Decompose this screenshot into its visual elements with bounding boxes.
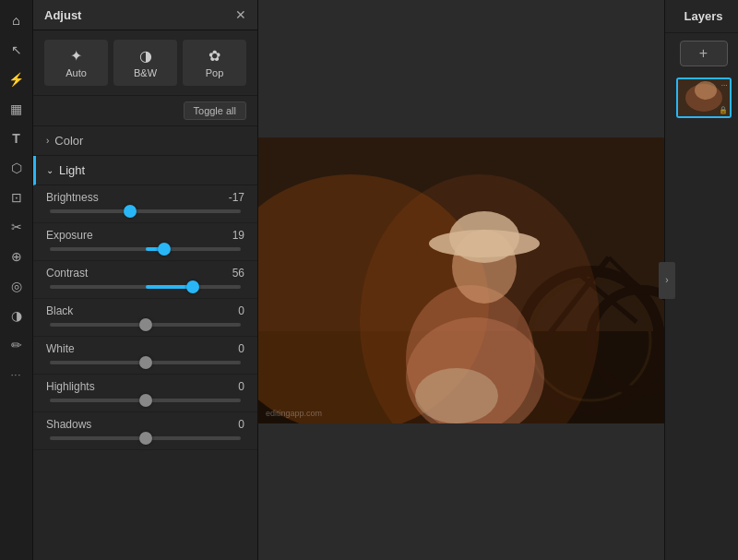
exposure-value: 19 (232, 229, 244, 242)
toolbar-lightning-icon[interactable]: ⚡ (4, 66, 30, 92)
toolbar-scissors-icon[interactable]: ✂ (4, 214, 30, 240)
auto-icon: ✦ (70, 47, 82, 65)
auto-label: Auto (65, 67, 87, 78)
toolbar-pen-icon[interactable]: ✏ (4, 332, 30, 358)
brightness-label: Brightness (46, 191, 99, 204)
toggle-all-row: Toggle all (33, 96, 257, 126)
black-slider-row: Black 0 (33, 299, 257, 337)
pop-icon: ✿ (208, 47, 220, 65)
toolbar-adjust-icon[interactable]: ⊕ (4, 244, 30, 269)
shadows-label-row: Shadows 0 (46, 418, 244, 431)
black-thumb[interactable] (139, 318, 152, 331)
panel-title: Adjust (44, 8, 81, 22)
brightness-track[interactable] (50, 209, 241, 213)
layer-menu-icon[interactable]: ··· (721, 81, 728, 89)
highlights-label-row: Highlights 0 (46, 380, 244, 393)
exposure-track[interactable] (50, 247, 241, 251)
highlights-thumb[interactable] (139, 394, 152, 407)
pop-preset-button[interactable]: ✿ Pop (183, 40, 246, 86)
toggle-all-button[interactable]: Toggle all (184, 101, 246, 120)
expand-panel-button[interactable]: › (659, 262, 675, 299)
contrast-value: 56 (232, 267, 244, 280)
black-label-row: Black 0 (46, 304, 244, 317)
exposure-label: Exposure (46, 229, 93, 242)
light-section-header[interactable]: ⌄ Light (33, 156, 257, 185)
main-canvas-area: editingapp.com › (258, 0, 664, 560)
toolbar-cursor-icon[interactable]: ↖ (4, 37, 30, 63)
exposure-slider-row: Exposure 19 (33, 223, 257, 261)
panel-header: Adjust ✕ (33, 0, 257, 30)
black-value: 0 (238, 304, 244, 317)
black-label: Black (46, 304, 73, 317)
contrast-track[interactable] (50, 285, 241, 289)
shadows-value: 0 (238, 418, 244, 431)
white-value: 0 (238, 342, 244, 355)
app-layout: ⌂ ↖ ⚡ ▦ T ⬡ ⊡ ✂ ⊕ ◎ ◑ ✏ ··· Adjust ✕ ✦ A… (0, 0, 738, 560)
black-track[interactable] (50, 323, 241, 327)
contrast-label: Contrast (46, 267, 88, 280)
toolbar-more-icon[interactable]: ··· (4, 362, 30, 387)
color-section-header[interactable]: › Color (33, 126, 257, 156)
white-thumb[interactable] (139, 356, 152, 369)
sliders-container: Brightness -17 Exposure 19 (33, 185, 257, 560)
highlights-value: 0 (238, 380, 244, 393)
toolbar-text-icon[interactable]: T (4, 125, 30, 151)
toolbar-crop-icon[interactable]: ⊡ (4, 185, 30, 210)
brightness-value: -17 (229, 191, 244, 204)
canvas-image[interactable]: editingapp.com (258, 137, 664, 423)
shadows-thumb[interactable] (139, 432, 152, 445)
svg-point-18 (695, 81, 717, 100)
brightness-slider-row: Brightness -17 (33, 185, 257, 223)
preset-buttons: ✦ Auto ◑ B&W ✿ Pop (33, 30, 257, 96)
white-label: White (46, 342, 75, 355)
white-slider-row: White 0 (33, 337, 257, 375)
light-chevron-icon: ⌄ (46, 165, 54, 175)
contrast-thumb[interactable] (186, 280, 199, 293)
canvas-watermark: editingapp.com (266, 409, 322, 418)
toolbar-paint-icon[interactable]: ◑ (4, 303, 30, 328)
close-button[interactable]: ✕ (235, 7, 246, 22)
white-track[interactable] (50, 361, 241, 364)
highlights-track[interactable] (50, 399, 241, 402)
white-label-row: White 0 (46, 342, 244, 355)
shadows-slider-row: Shadows 0 (33, 412, 257, 450)
add-layer-button[interactable]: + (680, 41, 728, 66)
canvas-svg (258, 137, 664, 423)
shadows-label: Shadows (46, 418, 91, 431)
contrast-slider-row: Contrast 56 (33, 261, 257, 299)
layers-panel: Layers + ··· 🔒 (664, 0, 738, 560)
contrast-label-row: Contrast 56 (46, 267, 244, 280)
shadows-track[interactable] (50, 436, 241, 440)
auto-preset-button[interactable]: ✦ Auto (44, 40, 108, 86)
toolbar-shape-icon[interactable]: ⬡ (4, 155, 30, 181)
bw-icon: ◑ (139, 47, 152, 65)
left-toolbar: ⌂ ↖ ⚡ ▦ T ⬡ ⊡ ✂ ⊕ ◎ ◑ ✏ ··· (0, 0, 33, 560)
light-section-label: Light (59, 163, 85, 177)
highlights-slider-row: Highlights 0 (33, 375, 257, 412)
color-chevron-icon: › (46, 136, 49, 146)
layer-options: ··· (721, 81, 728, 89)
layer-thumbnail[interactable]: ··· 🔒 (676, 77, 732, 118)
layers-title: Layers (665, 0, 738, 33)
exposure-thumb[interactable] (158, 243, 171, 256)
color-section-label: Color (54, 134, 83, 148)
pop-label: Pop (206, 67, 224, 78)
brightness-thumb[interactable] (124, 205, 137, 218)
exposure-label-row: Exposure 19 (46, 229, 244, 242)
brightness-label-row: Brightness -17 (46, 191, 244, 204)
adjust-panel: Adjust ✕ ✦ Auto ◑ B&W ✿ Pop Toggle all ›… (33, 0, 258, 560)
toolbar-home-icon[interactable]: ⌂ (4, 7, 30, 33)
bw-preset-button[interactable]: ◑ B&W (113, 40, 177, 86)
toolbar-circle-icon[interactable]: ◎ (4, 273, 30, 299)
highlights-label: Highlights (46, 380, 95, 393)
bw-label: B&W (134, 67, 157, 78)
toolbar-layers-icon[interactable]: ▦ (4, 96, 30, 122)
layer-lock-icon: 🔒 (719, 106, 728, 114)
